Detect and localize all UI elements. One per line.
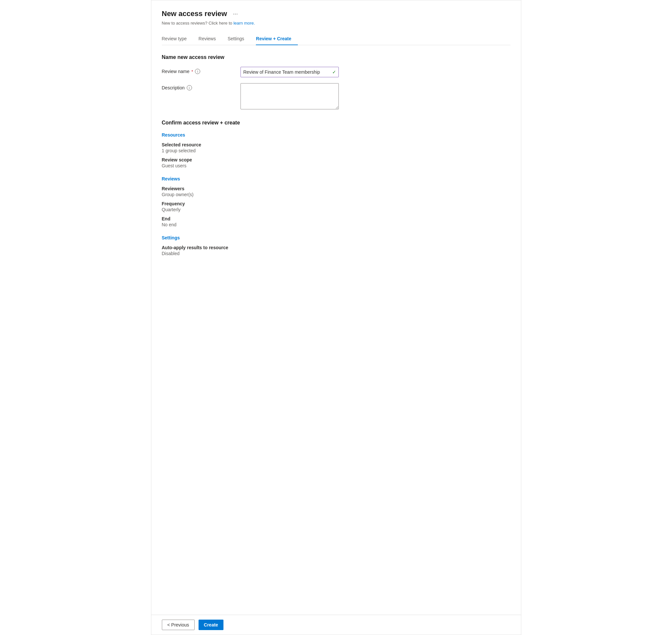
selected-resource-label: Selected resource <box>162 142 510 147</box>
frequency-label: Frequency <box>162 201 510 206</box>
reviewers-label: Reviewers <box>162 186 510 191</box>
resources-group: Resources Selected resource 1 group sele… <box>162 132 510 168</box>
learn-more-row: New to access reviews? Click here to lea… <box>162 21 510 25</box>
reviews-group: Reviews Reviewers Group owner(s) Frequen… <box>162 176 510 227</box>
description-input[interactable] <box>240 83 339 109</box>
description-info-icon[interactable]: i <box>187 85 192 90</box>
selected-resource-value: 1 group selected <box>162 148 510 153</box>
learn-more-link[interactable]: learn more. <box>233 21 255 25</box>
page-title: New access review <box>162 9 227 18</box>
ellipsis-button[interactable]: ··· <box>231 10 240 18</box>
confirm-section-title: Confirm access review + create <box>162 120 510 126</box>
settings-group-title: Settings <box>162 235 510 240</box>
auto-apply-value: Disabled <box>162 251 510 256</box>
footer: < Previous Create <box>151 615 521 635</box>
auto-apply-item: Auto-apply results to resource Disabled <box>162 245 510 256</box>
review-name-info-icon[interactable]: i <box>195 69 200 74</box>
selected-resource-item: Selected resource 1 group selected <box>162 142 510 153</box>
confirm-section: Confirm access review + create Resources… <box>162 120 510 256</box>
review-scope-value: Guest users <box>162 163 510 168</box>
learn-more-text: New to access reviews? Click here to <box>162 21 232 25</box>
tab-reviews[interactable]: Reviews <box>198 33 223 45</box>
end-label: End <box>162 216 510 221</box>
description-row: Description i <box>162 83 510 109</box>
frequency-item: Frequency Quarterly <box>162 201 510 212</box>
review-name-input-wrapper: ✓ <box>240 67 339 77</box>
description-label: Description i <box>162 83 240 90</box>
review-name-input[interactable] <box>240 67 339 77</box>
tab-review-type[interactable]: Review type <box>162 33 193 45</box>
reviewers-item: Reviewers Group owner(s) <box>162 186 510 197</box>
tab-bar: Review type Reviews Settings Review + Cr… <box>162 33 510 45</box>
settings-group: Settings Auto-apply results to resource … <box>162 235 510 256</box>
name-section: Name new access review Review name * i ✓… <box>162 54 510 109</box>
reviews-group-title: Reviews <box>162 176 510 181</box>
review-scope-label: Review scope <box>162 157 510 162</box>
tab-settings[interactable]: Settings <box>228 33 251 45</box>
end-item: End No end <box>162 216 510 227</box>
reviewers-value: Group owner(s) <box>162 192 510 197</box>
previous-button[interactable]: < Previous <box>162 620 195 630</box>
review-name-row: Review name * i ✓ <box>162 67 510 77</box>
form-section-title: Name new access review <box>162 54 510 60</box>
auto-apply-label: Auto-apply results to resource <box>162 245 510 250</box>
resources-group-title: Resources <box>162 132 510 137</box>
review-name-label: Review name * i <box>162 67 240 74</box>
create-button[interactable]: Create <box>198 620 224 630</box>
frequency-value: Quarterly <box>162 207 510 212</box>
checkmark-icon: ✓ <box>332 69 336 75</box>
review-scope-item: Review scope Guest users <box>162 157 510 168</box>
end-value: No end <box>162 222 510 227</box>
tab-review-create[interactable]: Review + Create <box>256 33 298 45</box>
required-star: * <box>191 69 193 74</box>
